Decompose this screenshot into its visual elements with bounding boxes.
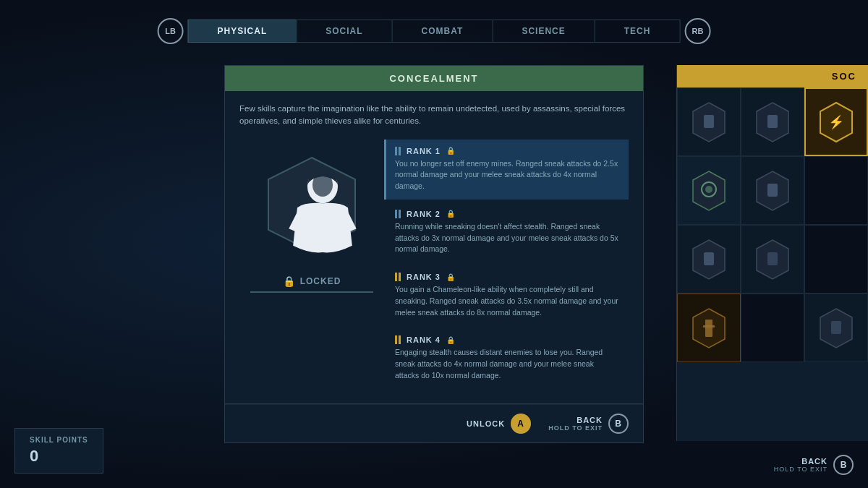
bottom-back-area: BACK HOLD TO EXIT B bbox=[774, 455, 854, 475]
skill-icon bbox=[754, 169, 791, 213]
rank-bar bbox=[399, 210, 401, 218]
bottom-back-row: BACK HOLD TO EXIT B bbox=[774, 455, 854, 475]
tab-tech[interactable]: TECH bbox=[595, 20, 681, 43]
tab-physical[interactable]: PHYSICAL bbox=[188, 20, 297, 43]
lock-icon: 🔒 bbox=[283, 275, 296, 287]
skill-cell-empty bbox=[804, 156, 868, 225]
svg-rect-20 bbox=[703, 325, 715, 328]
rank-2-label: RANK 2 bbox=[407, 210, 441, 218]
skill-icon-gold: ⚡ bbox=[818, 100, 854, 144]
svg-rect-6 bbox=[767, 115, 778, 128]
rank-item-2: RANK 2 🔒 Running while sneaking doesn't … bbox=[384, 202, 629, 262]
skill-cell-empty bbox=[741, 294, 804, 362]
rank-3-bars bbox=[395, 273, 401, 281]
ranks-area: RANK 1 🔒 You no longer set off enemy min… bbox=[384, 140, 629, 389]
skill-points-box: SKILL POINTS 0 bbox=[14, 428, 103, 474]
rank-4-lock-icon: 🔒 bbox=[446, 336, 455, 344]
skill-cell[interactable] bbox=[677, 156, 741, 225]
concealment-figure bbox=[276, 161, 370, 262]
skill-cell[interactable] bbox=[677, 87, 741, 156]
panel-body: Few skills capture the imagination like … bbox=[225, 91, 643, 403]
skill-points-label: SKILL POINTS bbox=[30, 436, 88, 444]
skill-icon-area: 🔒 LOCKED bbox=[239, 140, 384, 293]
skill-cell[interactable] bbox=[677, 225, 741, 294]
skill-icon bbox=[754, 100, 791, 144]
svg-rect-13 bbox=[767, 184, 778, 197]
rank-bar-gold bbox=[399, 335, 401, 344]
unlock-action: UNLOCK A bbox=[467, 414, 531, 434]
skill-hexagon bbox=[265, 154, 359, 255]
tab-social[interactable]: SOCIAL bbox=[296, 20, 391, 43]
svg-rect-17 bbox=[767, 252, 778, 265]
rank-bar-gold bbox=[395, 273, 397, 281]
rank-2-lock-icon: 🔒 bbox=[446, 210, 455, 218]
bottom-back-label: BACK bbox=[801, 457, 827, 466]
skill-cell[interactable] bbox=[804, 294, 868, 362]
hold-to-exit-label: HOLD TO EXIT bbox=[548, 424, 603, 432]
svg-point-11 bbox=[705, 186, 712, 193]
rank-3-desc: You gain a Chameleon-like ability when c… bbox=[395, 284, 620, 318]
skill-points-value: 0 bbox=[30, 447, 88, 466]
rank-4-bars bbox=[395, 335, 401, 344]
rank-bar-gold bbox=[399, 273, 401, 281]
unlock-button[interactable]: A bbox=[511, 414, 531, 434]
rank-bar bbox=[399, 147, 401, 155]
bottom-back-sub: HOLD TO EXIT bbox=[774, 466, 827, 473]
svg-text:⚡: ⚡ bbox=[828, 114, 845, 130]
locked-bar bbox=[250, 291, 373, 293]
back-button[interactable]: B bbox=[608, 414, 629, 434]
rank-2-header: RANK 2 🔒 bbox=[395, 210, 620, 218]
rank-1-header: RANK 1 🔒 bbox=[395, 147, 620, 155]
skill-icon bbox=[691, 100, 727, 144]
rank-3-lock-icon: 🔒 bbox=[446, 273, 455, 281]
lb-button[interactable]: LB bbox=[158, 18, 184, 44]
unlock-label: UNLOCK bbox=[467, 419, 505, 428]
rank-2-desc: Running while sneaking doesn't affect st… bbox=[395, 221, 620, 255]
back-action: BACK HOLD TO EXIT B bbox=[548, 414, 629, 434]
locked-status: 🔒 LOCKED bbox=[283, 275, 341, 287]
rb-button[interactable]: RB bbox=[684, 18, 710, 44]
skill-icon bbox=[691, 307, 727, 350]
rank-item-1: RANK 1 🔒 You no longer set off enemy min… bbox=[384, 140, 629, 200]
top-navigation: LB PHYSICAL SOCIAL COMBAT SCIENCE TECH R… bbox=[158, 18, 711, 44]
skill-cell-gold[interactable]: ⚡ bbox=[804, 87, 868, 156]
bottom-back-button[interactable]: B bbox=[833, 455, 854, 475]
right-skill-panel: SOC ⚡ bbox=[676, 65, 868, 441]
skill-panel: CONCEALMENT Few skills capture the imagi… bbox=[224, 65, 644, 443]
right-panel-header: SOC bbox=[677, 65, 868, 87]
skill-cell-empty bbox=[804, 225, 868, 294]
skill-cell[interactable] bbox=[741, 87, 804, 156]
rank-bar-gold bbox=[395, 335, 397, 344]
skill-description: Few skills capture the imagination like … bbox=[239, 103, 629, 128]
tab-combat[interactable]: COMBAT bbox=[392, 20, 493, 43]
tab-science[interactable]: SCIENCE bbox=[492, 20, 594, 43]
skill-name: CONCEALMENT bbox=[225, 66, 643, 91]
skill-cell-gold-row[interactable] bbox=[677, 294, 741, 362]
rank-bar bbox=[395, 147, 397, 155]
rank-2-bars bbox=[395, 210, 401, 218]
rank-4-label: RANK 4 bbox=[407, 335, 441, 344]
rank-bar bbox=[395, 210, 397, 218]
skill-icon bbox=[818, 307, 854, 350]
skill-cell[interactable] bbox=[741, 225, 804, 294]
rank-item-4: RANK 4 🔒 Engaging stealth causes distant… bbox=[384, 328, 629, 388]
svg-rect-22 bbox=[831, 321, 841, 334]
locked-text: LOCKED bbox=[300, 276, 341, 286]
skill-icon bbox=[691, 238, 727, 281]
rank-1-desc: You no longer set off enemy mines. Range… bbox=[395, 158, 620, 192]
skill-grid: ⚡ bbox=[677, 87, 868, 362]
rank-1-lock-icon: 🔒 bbox=[446, 147, 455, 155]
svg-rect-15 bbox=[704, 252, 714, 265]
rank-1-label: RANK 1 bbox=[407, 147, 441, 155]
rank-item-3: RANK 3 🔒 You gain a Chameleon-like abili… bbox=[384, 265, 629, 325]
skill-icon bbox=[754, 238, 791, 281]
back-label: BACK bbox=[576, 416, 603, 424]
nav-tabs: PHYSICAL SOCIAL COMBAT SCIENCE TECH bbox=[188, 20, 681, 43]
rank-3-header: RANK 3 🔒 bbox=[395, 273, 620, 281]
skill-icon bbox=[691, 169, 727, 213]
panel-footer: UNLOCK A BACK HOLD TO EXIT B bbox=[225, 404, 643, 442]
rank-3-label: RANK 3 bbox=[407, 273, 441, 281]
skill-cell[interactable] bbox=[741, 156, 804, 225]
svg-rect-19 bbox=[705, 320, 712, 337]
svg-point-2 bbox=[312, 173, 333, 197]
